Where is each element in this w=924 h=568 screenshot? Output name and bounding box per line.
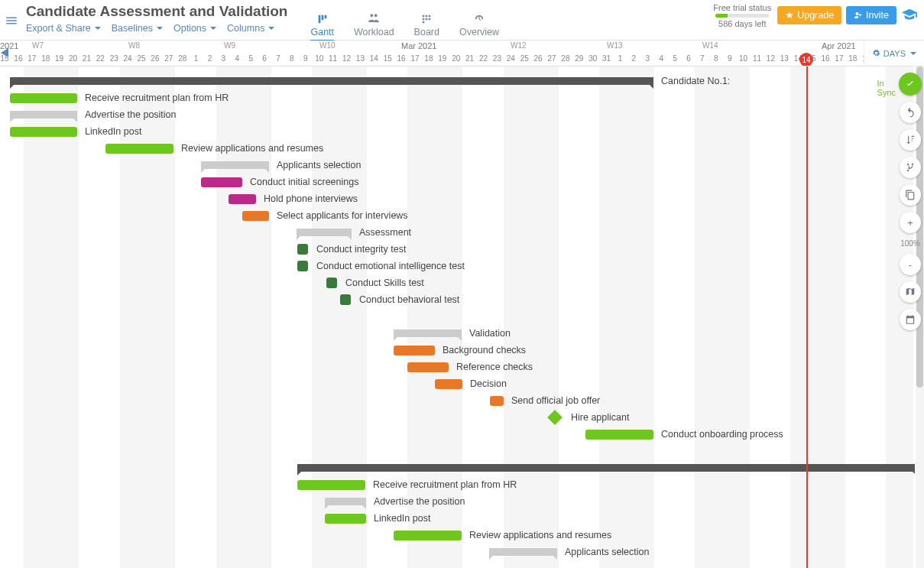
menu-options[interactable]: Options [173,23,216,34]
main-menu-button[interactable] [0,0,23,41]
calendar-button[interactable] [900,309,921,330]
menu-baselines[interactable]: Baselines [112,23,163,34]
day-cell: 16 [394,54,408,63]
task-bar[interactable] [201,177,242,187]
day-cell: 10 [313,54,326,63]
task-row[interactable]: LinkedIn post [10,510,915,527]
view-tab-gantt[interactable]: Gantt [310,13,334,41]
view-tab-workload[interactable]: Workload [354,13,394,41]
month-label: Apr 2021 [822,41,856,50]
task-bar[interactable] [297,480,365,490]
trial-status-label: Free trial status [713,3,771,12]
day-cell: 9 [299,54,313,63]
task-bar[interactable] [547,410,563,425]
menu-columns[interactable]: Columns [227,23,274,34]
timescale-button[interactable]: DAYS [864,41,924,66]
task-label: Background checks [443,345,526,355]
task-bar[interactable] [105,144,173,154]
task-bar[interactable] [10,127,77,137]
undo-icon [905,107,916,118]
task-bar[interactable] [10,93,77,103]
task-row[interactable]: Select applicants for interviews [10,207,915,224]
task-bar[interactable] [229,194,256,204]
task-bar[interactable] [489,548,557,556]
task-bar[interactable] [297,261,308,271]
branch-button[interactable] [900,157,921,178]
task-row[interactable]: Conduct Skills test [10,274,915,291]
today-line [806,67,808,568]
task-row[interactable]: Reference checks [10,359,915,375]
zoom-out-button[interactable]: - [900,254,921,275]
task-row[interactable]: Hold phone interviews [10,190,915,207]
task-row[interactable] [10,459,915,476]
help-icon[interactable] [901,7,918,24]
task-bar[interactable] [297,244,308,255]
upgrade-button[interactable]: Upgrade [777,6,841,24]
task-bar[interactable] [325,498,366,505]
task-label: Review applications and resumes [469,530,611,540]
task-row[interactable]: Conduct emotional intelligence test [10,258,915,274]
task-row[interactable]: Send official job offer [10,392,915,409]
undo-button[interactable] [900,102,921,123]
year-label: 2021 [0,41,18,50]
task-bar[interactable] [10,111,77,118]
gantt-chart[interactable]: Candidate No.1:Receive recruitment plan … [10,67,915,568]
task-bar[interactable] [394,346,435,355]
task-bar[interactable] [490,396,504,406]
task-bar[interactable] [585,430,653,440]
trial-progress-bar [715,14,769,18]
day-cell: 28 [559,54,572,63]
day-cell: 7 [271,54,285,63]
zoom-in-button[interactable]: + [900,212,921,233]
task-bar[interactable] [201,161,269,169]
task-label: Advertise the position [374,496,465,507]
week-label: W8 [128,41,140,50]
task-row[interactable]: Conduct behavioral test [10,291,915,308]
day-cell: 12 [764,54,777,63]
task-bar[interactable] [326,278,337,288]
task-row[interactable]: Review applications and resumes [10,527,915,544]
task-row[interactable]: Advertise the position [10,493,915,510]
task-bar[interactable] [297,229,352,236]
task-row[interactable]: Conduct integrity test [10,241,915,258]
view-tab-board[interactable]: Board [414,13,439,41]
task-row[interactable]: Decision [10,375,915,392]
task-bar[interactable] [340,294,351,305]
caret-down-icon [268,27,274,30]
task-row[interactable]: Background checks [10,342,915,359]
task-bar[interactable] [394,329,462,337]
task-row[interactable]: Assessment [10,224,915,241]
task-bar[interactable] [407,362,449,372]
task-bar[interactable] [325,514,366,524]
minimap-button[interactable] [900,281,921,303]
menu-export-share[interactable]: Export & Share [26,23,101,34]
task-bar[interactable] [10,77,653,85]
task-row[interactable]: Applicants selection [10,544,915,560]
task-row[interactable]: Advertise the position [10,106,915,123]
task-row[interactable]: Review applications and resumes [10,140,915,157]
task-row[interactable]: Conduct onboarding process [10,426,915,443]
task-label: Conduct emotional intelligence test [316,261,465,271]
task-row[interactable]: Receive recruitment plan from HR [10,476,915,493]
day-cell: 18 [846,54,860,63]
copy-button[interactable] [900,184,921,206]
board-icon [420,13,433,25]
view-tab-overview[interactable]: Overview [459,13,499,41]
task-row[interactable]: Validation [10,325,915,342]
task-row[interactable]: Candidate No.1: [10,73,915,89]
sync-status-button[interactable] [899,73,922,96]
task-bar[interactable] [242,211,269,221]
day-cell: 22 [93,54,107,63]
sort-button[interactable] [900,129,921,151]
task-bar[interactable] [435,379,462,389]
task-row[interactable]: Receive recruitment plan from HR [10,89,915,106]
task-row[interactable]: LinkedIn post [10,123,915,140]
task-bar[interactable] [297,464,915,472]
task-row[interactable]: Conduct initial screenings [10,174,915,190]
task-row[interactable]: Hire applicant [10,409,915,426]
day-cell: 10 [737,54,751,63]
invite-button[interactable]: Invite [846,6,896,24]
day-cell: 1 [190,54,203,63]
task-bar[interactable] [394,531,462,540]
task-row[interactable]: Applicants selection [10,157,915,174]
